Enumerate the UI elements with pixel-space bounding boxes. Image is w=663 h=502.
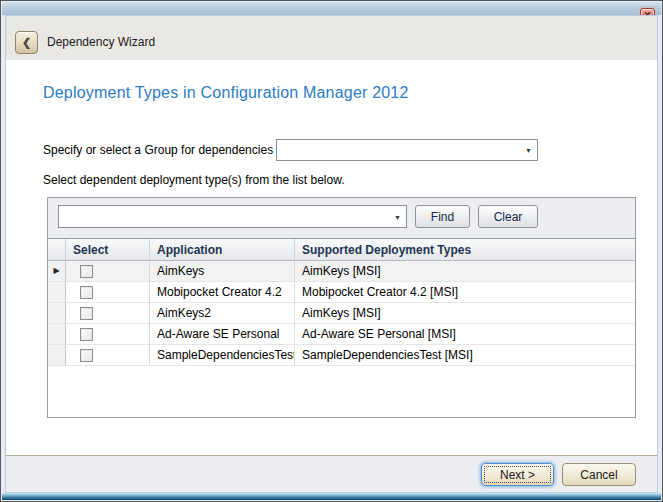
select-cell [66, 345, 150, 366]
back-button[interactable]: ❮ [15, 31, 38, 54]
row-header-column [48, 239, 66, 261]
table-row[interactable]: SampleDependenciesTest SampleDependencie… [48, 345, 635, 366]
next-button[interactable]: Next > [481, 463, 554, 486]
group-dependencies-label: Specify or select a Group for dependenci… [43, 143, 273, 157]
select-checkbox[interactable] [80, 265, 93, 278]
deployment-types-cell: SampleDependenciesTest [MSI] [295, 345, 635, 366]
cancel-button[interactable]: Cancel [562, 463, 636, 486]
wizard-title: Dependency Wizard [47, 31, 155, 54]
dependency-selection-panel: ▼ Find Clear Select Application Supporte… [47, 197, 636, 418]
select-cell [66, 261, 150, 282]
table-row[interactable]: AimKeys2 AimKeys [MSI] [48, 303, 635, 324]
select-cell [66, 303, 150, 324]
table-row[interactable]: Ad-Aware SE Personal Ad-Aware SE Persona… [48, 324, 635, 345]
application-cell: SampleDependenciesTest [150, 345, 295, 366]
table-row[interactable]: Mobipocket Creator 4.2 Mobipocket Creato… [48, 282, 635, 303]
application-cell: AimKeys2 [150, 303, 295, 324]
select-dependent-label: Select dependent deployment type(s) from… [43, 173, 345, 187]
column-header-select[interactable]: Select [66, 239, 150, 261]
column-header-application[interactable]: Application [150, 239, 295, 261]
window-bottom-edge [2, 493, 661, 500]
back-icon: ❮ [22, 36, 31, 49]
group-dependencies-combobox[interactable]: ▼ [276, 139, 538, 161]
titlebar [2, 2, 661, 15]
row-header-cell: ▶ [48, 261, 66, 282]
search-combobox[interactable]: ▼ [58, 205, 407, 228]
application-cell: Ad-Aware SE Personal [150, 324, 295, 345]
deployment-types-cell: Ad-Aware SE Personal [MSI] [295, 324, 635, 345]
select-cell [66, 324, 150, 345]
wizard-header: ❮ Dependency Wizard [6, 16, 657, 60]
row-header-cell [48, 282, 66, 303]
chevron-down-icon: ▼ [525, 147, 532, 154]
search-input[interactable] [61, 207, 388, 226]
current-row-icon: ▶ [53, 267, 59, 275]
select-checkbox[interactable] [80, 307, 93, 320]
clear-button[interactable]: Clear [478, 205, 538, 228]
row-header-cell [48, 303, 66, 324]
dependency-wizard-window: ✕ ❮ Dependency Wizard Deployment Types i… [0, 0, 663, 502]
window-client-area: ❮ Dependency Wizard Deployment Types in … [5, 15, 658, 493]
column-header-deployment-types[interactable]: Supported Deployment Types [295, 239, 635, 261]
find-button[interactable]: Find [415, 205, 470, 228]
deployment-types-table: Select Application Supported Deployment … [48, 238, 635, 417]
table-row[interactable]: ▶ AimKeys AimKeys [MSI] [48, 261, 635, 282]
application-cell: Mobipocket Creator 4.2 [150, 282, 295, 303]
select-cell [66, 282, 150, 303]
row-header-cell [48, 345, 66, 366]
deployment-types-cell: Mobipocket Creator 4.2 [MSI] [295, 282, 635, 303]
deployment-types-cell: AimKeys [MSI] [295, 303, 635, 324]
wizard-footer: Next > Cancel [6, 455, 657, 492]
wizard-content: Deployment Types in Configuration Manage… [6, 60, 657, 455]
deployment-types-cell: AimKeys [MSI] [295, 261, 635, 282]
chevron-down-icon: ▼ [394, 213, 401, 220]
group-dependencies-input[interactable] [279, 141, 519, 159]
select-checkbox[interactable] [80, 328, 93, 341]
page-title: Deployment Types in Configuration Manage… [43, 84, 409, 102]
application-cell: AimKeys [150, 261, 295, 282]
row-header-cell [48, 324, 66, 345]
table-header-row: Select Application Supported Deployment … [48, 239, 635, 261]
select-checkbox[interactable] [80, 349, 93, 362]
select-checkbox[interactable] [80, 286, 93, 299]
